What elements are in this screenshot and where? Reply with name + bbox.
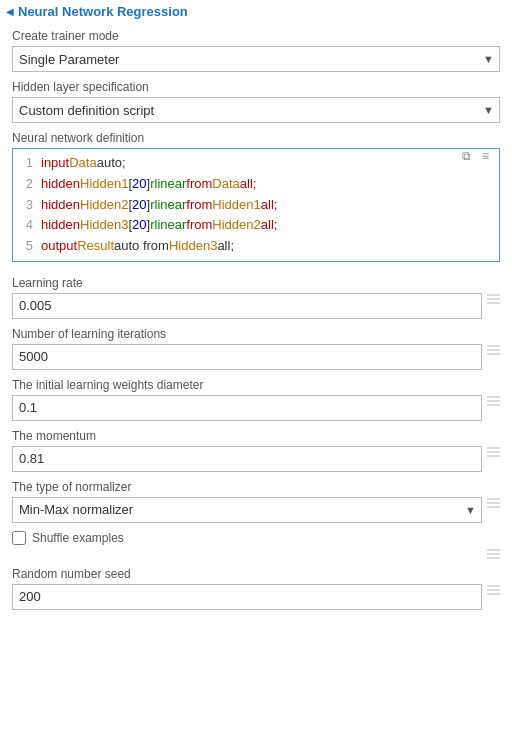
shuffle-checkbox[interactable] xyxy=(12,531,26,545)
neural-network-panel: ◀ Neural Network Regression Create train… xyxy=(0,0,512,624)
trainer-mode-select-wrapper: Single Parameter Multi Parameter ▼ xyxy=(12,46,500,72)
normalizer-row: The type of normalizer Min-Max normalize… xyxy=(12,480,500,523)
random-seed-label: Random number seed xyxy=(12,567,482,581)
collapse-icon[interactable]: ◀ xyxy=(6,6,14,17)
hidden-layer-select-wrapper: Custom definition script Default ▼ xyxy=(12,97,500,123)
shuffle-label: Shuffle examples xyxy=(32,531,124,545)
normalizer-label: The type of normalizer xyxy=(12,480,482,494)
random-seed-input[interactable] xyxy=(12,584,482,610)
momentum-input[interactable] xyxy=(12,446,482,472)
line-num-5: 5 xyxy=(17,236,33,257)
hidden-layer-label: Hidden layer specification xyxy=(12,80,500,94)
normalizer-menu-icon[interactable] xyxy=(482,480,500,508)
momentum-row: The momentum xyxy=(12,429,500,472)
iterations-input[interactable] xyxy=(12,344,482,370)
code-line-1: 1 input Data auto; xyxy=(13,153,497,174)
hidden-layer-select[interactable]: Custom definition script Default xyxy=(12,97,500,123)
weights-diameter-input[interactable] xyxy=(12,395,482,421)
shuffle-checkbox-row: Shuffle examples xyxy=(12,531,482,545)
weights-diameter-label: The initial learning weights diameter xyxy=(12,378,482,392)
learning-rate-menu-icon[interactable] xyxy=(482,276,500,304)
normalizer-select-wrapper: Min-Max normalizer None Standard ▼ xyxy=(12,497,482,523)
weights-diameter-row: The initial learning weights diameter xyxy=(12,378,500,421)
shuffle-content: Shuffle examples xyxy=(12,531,482,553)
line-num-3: 3 xyxy=(17,195,33,216)
learning-rate-input[interactable] xyxy=(12,293,482,319)
weights-diameter-menu-icon[interactable] xyxy=(482,378,500,406)
random-seed-row: Random number seed xyxy=(12,567,500,610)
shuffle-menu-icon[interactable] xyxy=(482,531,500,559)
trainer-mode-select[interactable]: Single Parameter Multi Parameter xyxy=(12,46,500,72)
random-seed-content: Random number seed xyxy=(12,567,482,610)
shuffle-row: Shuffle examples xyxy=(12,531,500,559)
momentum-menu-icon[interactable] xyxy=(482,429,500,457)
panel-content: Create trainer mode Single Parameter Mul… xyxy=(0,23,512,624)
normalizer-content: The type of normalizer Min-Max normalize… xyxy=(12,480,482,523)
panel-header: ◀ Neural Network Regression xyxy=(0,0,512,23)
code-editor[interactable]: 1 input Data auto; 2 hidden Hidden1 [20]… xyxy=(12,148,500,262)
code-icons: ⧉ ≡ xyxy=(462,149,498,165)
iterations-menu-icon[interactable] xyxy=(482,327,500,355)
random-seed-menu-icon[interactable] xyxy=(482,567,500,595)
trainer-mode-group: Create trainer mode Single Parameter Mul… xyxy=(12,29,500,72)
panel-title: Neural Network Regression xyxy=(18,4,188,19)
learning-rate-row: Learning rate xyxy=(12,276,500,319)
trainer-mode-label: Create trainer mode xyxy=(12,29,500,43)
momentum-content: The momentum xyxy=(12,429,482,472)
line-num-1: 1 xyxy=(17,153,33,174)
learning-rate-content: Learning rate xyxy=(12,276,482,319)
iterations-row: Number of learning iterations xyxy=(12,327,500,370)
hidden-layer-group: Hidden layer specification Custom defini… xyxy=(12,80,500,123)
edit-icon[interactable]: ≡ xyxy=(482,149,498,165)
learning-rate-label: Learning rate xyxy=(12,276,482,290)
momentum-label: The momentum xyxy=(12,429,482,443)
network-definition-label: Neural network definition xyxy=(12,131,500,145)
normalizer-select[interactable]: Min-Max normalizer None Standard xyxy=(12,497,482,523)
code-line-2: 2 hidden Hidden1 [20] rlinear from Data … xyxy=(13,174,497,195)
code-line-5: 5 output Result auto from Hidden3 all; xyxy=(13,236,497,257)
code-line-3: 3 hidden Hidden2 [20] rlinear from Hidde… xyxy=(13,195,497,216)
code-line-4: 4 hidden Hidden3 [20] rlinear from Hidde… xyxy=(13,215,497,236)
copy-icon[interactable]: ⧉ xyxy=(462,149,478,165)
line-num-4: 4 xyxy=(17,215,33,236)
network-definition-group: Neural network definition ⧉ ≡ 1 input Da… xyxy=(12,131,500,262)
iterations-label: Number of learning iterations xyxy=(12,327,482,341)
line-num-2: 2 xyxy=(17,174,33,195)
iterations-content: Number of learning iterations xyxy=(12,327,482,370)
weights-diameter-content: The initial learning weights diameter xyxy=(12,378,482,421)
